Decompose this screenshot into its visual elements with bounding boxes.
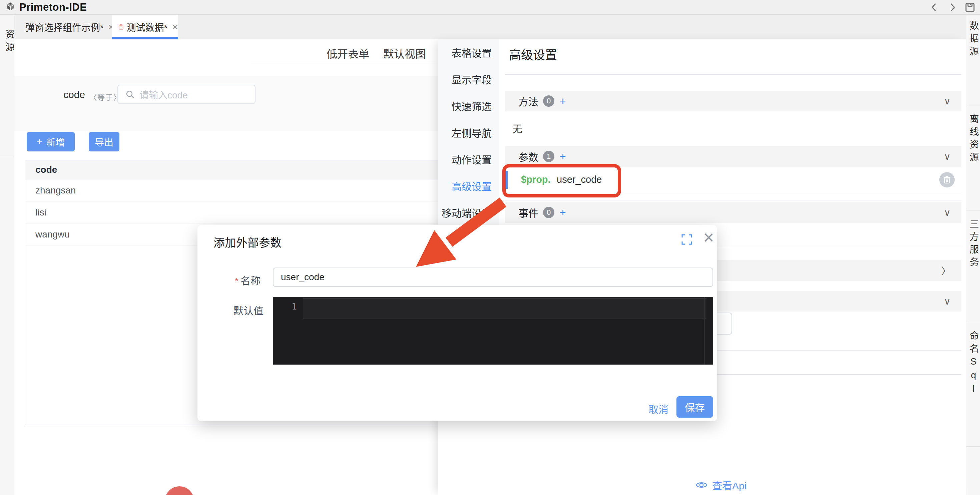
editor-scrollbar[interactable] xyxy=(704,297,705,364)
divider xyxy=(505,74,961,75)
doc-tab-popup-component-example[interactable]: 弹窗选择组件示例* × xyxy=(19,15,112,39)
save-button[interactable]: 保存 xyxy=(676,396,713,418)
count-badge: 1 xyxy=(543,151,554,162)
eye-icon xyxy=(695,481,708,489)
modal-title: 添加外部参数 xyxy=(213,234,282,250)
menu-item-left-navigation[interactable]: 左侧导航 xyxy=(452,125,492,140)
divider xyxy=(510,193,961,193)
right-rail-item-offline-resources[interactable]: 离线资源 xyxy=(966,105,980,210)
right-rail-item-named-sql[interactable]: 命名Sql xyxy=(966,322,980,447)
param-name: user_code xyxy=(557,174,602,185)
search-input[interactable]: 请输入code xyxy=(118,85,256,104)
document-icon xyxy=(119,22,123,32)
app-logo-icon xyxy=(5,2,16,13)
menu-item-table-settings[interactable]: 表格设置 xyxy=(452,45,492,60)
chevron-down-icon[interactable]: ∨ xyxy=(944,96,951,107)
left-rail-divider xyxy=(0,157,14,157)
cancel-button[interactable]: 取消 xyxy=(648,401,668,416)
export-button[interactable]: 导出 xyxy=(89,132,119,151)
doc-tab-label: 测试数据* xyxy=(127,20,168,34)
menu-item-display-fields[interactable]: 显示字段 xyxy=(452,72,492,86)
search-icon xyxy=(126,90,135,99)
close-icon[interactable]: × xyxy=(703,230,715,245)
add-event-icon[interactable]: + xyxy=(560,207,566,219)
panel-title: 高级设置 xyxy=(509,45,557,63)
param-list-item[interactable]: $prop. user_code xyxy=(505,167,961,193)
section-event[interactable]: 事件 0 + ∨ xyxy=(505,202,961,223)
doc-tab-test-data[interactable]: 测试数据* × xyxy=(112,15,178,39)
add-external-param-modal: 添加外部参数 × *名称 user_code 默认值 1 取消 保存 xyxy=(197,225,717,421)
chevron-down-icon[interactable]: ∨ xyxy=(944,151,951,162)
name-input[interactable]: user_code xyxy=(273,267,713,287)
fullscreen-icon[interactable] xyxy=(681,234,692,245)
default-value-label: 默认值 xyxy=(234,302,264,317)
chevron-right-icon[interactable]: 〉 xyxy=(941,264,951,277)
name-field-label: *名称 xyxy=(235,272,261,287)
view-tab-low-code-form[interactable]: 低开表单 xyxy=(326,45,369,61)
nav-back-icon[interactable] xyxy=(928,2,940,13)
close-icon[interactable]: × xyxy=(172,22,178,32)
required-asterisk: * xyxy=(235,276,239,286)
title-bar: Primeton-IDE xyxy=(0,0,980,15)
section-method[interactable]: 方法 0 + ∨ xyxy=(505,91,961,111)
menu-item-mobile-settings[interactable]: 移动端设置 xyxy=(442,205,492,220)
document-tab-strip: 弹窗选择组件示例* × 测试数据* × xyxy=(14,15,966,39)
view-tab-default-view[interactable]: 默认视图 xyxy=(383,45,426,61)
editor-current-line xyxy=(303,298,706,319)
left-rail-item-resources[interactable]: 资源 xyxy=(2,29,16,55)
section-param[interactable]: 参数 1 + ∨ xyxy=(505,146,961,167)
nav-forward-icon[interactable] xyxy=(947,2,959,13)
filter-field-label: code xyxy=(64,89,85,100)
search-placeholder: 请输入code xyxy=(139,88,188,101)
menu-item-quick-filter[interactable]: 快速筛选 xyxy=(452,99,492,113)
save-icon[interactable] xyxy=(964,2,976,13)
add-param-icon[interactable]: + xyxy=(560,150,566,163)
column-header-code[interactable]: code xyxy=(35,161,57,179)
chevron-down-icon[interactable]: ∨ xyxy=(944,207,951,218)
param-accent-bar xyxy=(505,171,508,189)
count-badge: 0 xyxy=(543,207,554,218)
name-input-value: user_code xyxy=(281,272,325,283)
right-rail-item-third-party-services[interactable]: 三方服务 xyxy=(966,210,980,322)
delete-param-button[interactable] xyxy=(939,172,955,188)
chevron-down-icon[interactable]: ∨ xyxy=(944,296,951,307)
method-empty-text: 无 xyxy=(512,121,522,135)
right-rail: 数据源 离线资源 三方服务 命名Sql xyxy=(966,15,980,495)
plus-icon: + xyxy=(37,136,42,147)
doc-tab-label: 弹窗选择组件示例* xyxy=(25,20,104,34)
view-api-link[interactable]: 查看Api xyxy=(695,477,746,492)
filter-operator[interactable]: 〈等于〉 xyxy=(89,91,121,102)
trash-icon xyxy=(943,176,951,184)
param-prefix: $prop. xyxy=(521,174,551,185)
left-rail: 资源 xyxy=(0,15,14,495)
editor-line-number: 1 xyxy=(285,302,297,312)
menu-item-advanced-settings[interactable]: 高级设置 xyxy=(452,178,492,193)
count-badge: 0 xyxy=(543,95,554,107)
app-title: Primeton-IDE xyxy=(19,2,87,13)
add-method-icon[interactable]: + xyxy=(560,95,566,107)
default-value-code-editor[interactable]: 1 xyxy=(273,297,713,364)
right-rail-item-datasource[interactable]: 数据源 xyxy=(966,21,980,105)
divider xyxy=(505,200,961,201)
add-button[interactable]: + 新增 xyxy=(27,132,75,151)
menu-item-action-settings[interactable]: 动作设置 xyxy=(452,152,492,166)
